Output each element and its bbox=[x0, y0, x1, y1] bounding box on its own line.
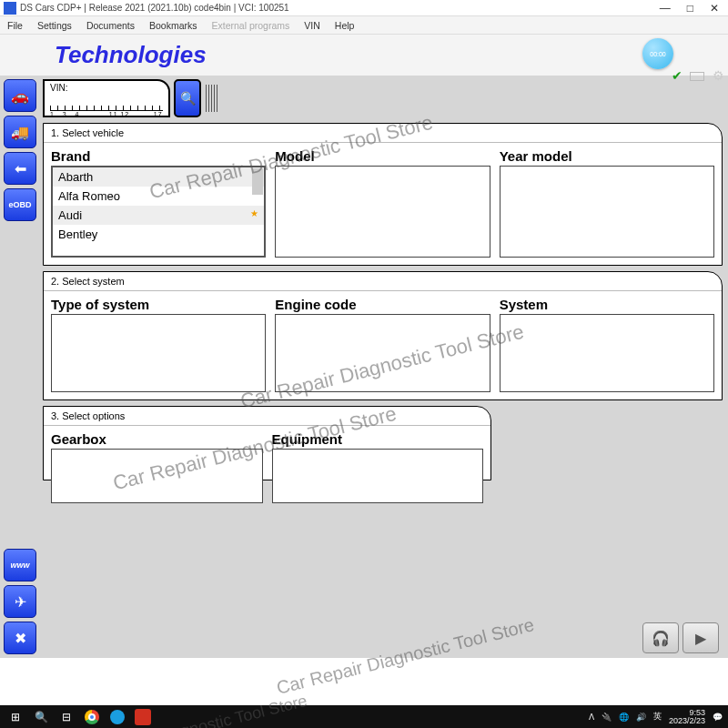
menu-file[interactable]: File bbox=[7, 20, 23, 31]
brand-item[interactable]: Audi★ bbox=[53, 206, 264, 225]
gearbox-listbox[interactable] bbox=[51, 449, 263, 503]
next-button[interactable]: ▶ bbox=[682, 622, 719, 653]
vin-input-box[interactable]: VIN: 1 . 3 . 4 . . . . . 11 12 . . . . 1… bbox=[43, 79, 170, 117]
engine-column-header: Engine code bbox=[275, 297, 490, 312]
year-listbox[interactable] bbox=[500, 166, 714, 258]
settings-gear-icon[interactable]: ⚙ bbox=[713, 68, 724, 83]
left-sidebar: 🚗 🚚 ⬅ eOBD www ✈ ✖ bbox=[0, 76, 41, 658]
vin-panel: VIN: 1 . 3 . 4 . . . . . 11 12 . . . . 1… bbox=[43, 79, 723, 117]
brand-column-header: Brand bbox=[51, 148, 266, 164]
brand-logo-text: Technologies bbox=[55, 41, 207, 69]
menu-help[interactable]: Help bbox=[335, 20, 355, 31]
status-check-icon: ✔ bbox=[672, 68, 682, 83]
headset-button[interactable]: 🎧 bbox=[642, 622, 679, 653]
sidebar-www-icon[interactable]: www bbox=[4, 549, 36, 581]
brand-item[interactable]: Alfa Romeo bbox=[53, 187, 264, 206]
section3-title: 3. Select options bbox=[44, 407, 490, 426]
vin-ruler: 1 . 3 . 4 . . . . . 11 12 . . . . 17 bbox=[50, 111, 163, 117]
sidebar-back-icon[interactable]: ⬅ bbox=[4, 152, 36, 185]
type-listbox[interactable] bbox=[51, 314, 266, 392]
task-view-icon[interactable]: ⊟ bbox=[56, 708, 76, 726]
section-select-system: 2. Select system Type of system Engine c… bbox=[43, 271, 723, 400]
tray-clock[interactable]: 9:53 2023/2/23 bbox=[669, 709, 705, 725]
tray-network-icon[interactable]: 🌐 bbox=[619, 713, 629, 722]
sidebar-truck-icon[interactable]: 🚚 bbox=[4, 116, 36, 148]
vin-label: VIN: bbox=[50, 83, 163, 93]
app-icon bbox=[4, 2, 16, 15]
equipment-column-header: Equipment bbox=[272, 431, 484, 447]
sidebar-obd-icon[interactable]: eOBD bbox=[4, 188, 36, 221]
section1-title: 1. Select vehicle bbox=[44, 124, 722, 143]
brand-header: Technologies 00:00 ✔ ⚙ bbox=[0, 35, 728, 76]
close-button[interactable]: ✕ bbox=[710, 2, 719, 15]
search-icon[interactable]: 🔍 bbox=[31, 708, 51, 726]
sidebar-globe-icon[interactable]: ✈ bbox=[4, 585, 36, 618]
menu-bookmarks[interactable]: Bookmarks bbox=[149, 20, 197, 31]
brand-item[interactable]: Abarth bbox=[53, 167, 264, 187]
tray-volume-icon[interactable]: 🔊 bbox=[636, 713, 646, 722]
windows-taskbar: ⊞ 🔍 ⊟ ᐱ 🔌 🌐 🔊 英 9:53 2023/2/23 💬 bbox=[0, 705, 728, 728]
tray-power-icon[interactable]: 🔌 bbox=[602, 713, 612, 722]
equipment-listbox[interactable] bbox=[272, 449, 484, 503]
maximize-button[interactable]: □ bbox=[687, 2, 693, 15]
edge-icon[interactable] bbox=[107, 708, 127, 726]
model-listbox[interactable] bbox=[275, 166, 490, 258]
menu-vin[interactable]: VIN bbox=[304, 20, 320, 31]
menu-bar: File Settings Documents Bookmarks Extern… bbox=[0, 16, 728, 35]
section-select-vehicle: 1. Select vehicle Brand AbarthAlfa Romeo… bbox=[43, 123, 723, 266]
menu-external[interactable]: External programs bbox=[212, 20, 290, 31]
section-select-options: 3. Select options Gearbox Equipment bbox=[43, 406, 491, 480]
system-column-header: System bbox=[500, 297, 714, 312]
type-column-header: Type of system bbox=[51, 297, 266, 312]
connection-badge[interactable]: 00:00 bbox=[642, 38, 673, 69]
section2-title: 2. Select system bbox=[44, 272, 722, 291]
model-column-header: Model bbox=[275, 148, 490, 164]
gearbox-column-header: Gearbox bbox=[51, 431, 263, 447]
app-taskbar-icon[interactable] bbox=[133, 708, 153, 726]
window-title-bar: DS Cars CDP+ | Release 2021 (2021.10b) c… bbox=[0, 0, 728, 16]
brand-listbox[interactable]: AbarthAlfa RomeoAudi★Bentley bbox=[51, 166, 266, 258]
tray-notifications-icon[interactable]: 💬 bbox=[713, 713, 723, 722]
spacer bbox=[0, 658, 728, 705]
vin-barcode-icon[interactable] bbox=[205, 79, 219, 117]
start-button[interactable]: ⊞ bbox=[5, 708, 25, 726]
engine-listbox[interactable] bbox=[275, 314, 490, 392]
window-title: DS Cars CDP+ | Release 2021 (2021.10b) c… bbox=[20, 3, 660, 13]
tray-up-icon[interactable]: ᐱ bbox=[589, 713, 594, 722]
sidebar-tools-icon[interactable]: ✖ bbox=[4, 622, 36, 654]
battery-icon bbox=[690, 72, 704, 81]
chrome-icon[interactable] bbox=[82, 708, 102, 726]
minimize-button[interactable]: — bbox=[660, 2, 671, 15]
menu-documents[interactable]: Documents bbox=[86, 20, 135, 31]
system-listbox[interactable] bbox=[500, 314, 714, 392]
vin-search-button[interactable]: 🔍 bbox=[174, 79, 201, 117]
tray-lang[interactable]: 英 bbox=[653, 711, 662, 723]
menu-settings[interactable]: Settings bbox=[37, 20, 72, 31]
brand-item[interactable]: Bentley bbox=[53, 225, 264, 244]
sidebar-car-icon[interactable]: 🚗 bbox=[4, 79, 36, 112]
year-column-header: Year model bbox=[500, 148, 714, 164]
